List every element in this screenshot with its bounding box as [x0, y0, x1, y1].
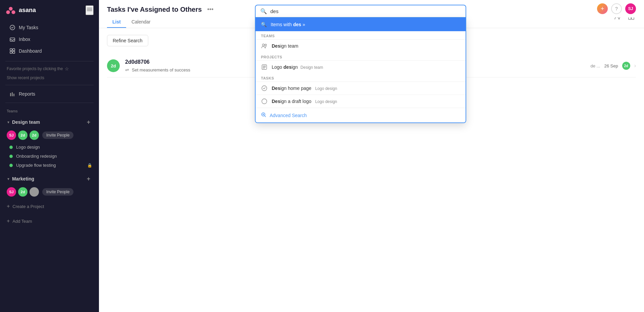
asana-wordmark: asana	[19, 7, 36, 14]
avatar: 2d	[18, 131, 28, 140]
sidebar-item-inbox[interactable]: Inbox	[3, 34, 96, 45]
tasks-section-header: Tasks	[256, 73, 466, 82]
sidebar-item-logo-design[interactable]: Logo design	[0, 143, 99, 152]
task-result-icon	[261, 85, 268, 91]
advanced-search-button[interactable]: Advanced Search	[256, 108, 466, 122]
favorites-hint-text: Favorite projects by clicking the	[7, 66, 63, 71]
task-avatar: 2d	[107, 59, 120, 72]
sidebar-divider-2	[5, 85, 94, 85]
sidebar-item-reports[interactable]: Reports	[3, 88, 96, 100]
search-input-wrapper: 🔍	[255, 5, 466, 18]
collapse-icon	[86, 6, 93, 13]
task-date: 26 Sep	[604, 63, 618, 68]
marketing-team-members-row: SJ 2d Invite People	[0, 185, 99, 199]
design-team-section: ▼ Design team + SJ 2d 2d Invite People L…	[0, 114, 99, 171]
create-project-plus-icon: +	[7, 203, 10, 209]
sidebar-item-onboarding-redesign[interactable]: Onboarding redesign	[0, 152, 99, 161]
title-area: Tasks I've Assigned to Others ••• List C…	[107, 5, 216, 28]
sidebar-item-my-tasks[interactable]: My Tasks	[3, 22, 96, 33]
svg-point-24	[262, 86, 267, 91]
tab-list[interactable]: List	[107, 16, 126, 28]
dashboard-label: Dashboard	[19, 48, 42, 54]
tab-calendar[interactable]: Calendar	[126, 16, 156, 28]
onboarding-redesign-label: Onboarding redesign	[16, 154, 57, 159]
advanced-search-icon	[261, 112, 266, 118]
design-draft-tag: Logo design	[314, 99, 337, 104]
task-meta-text: de ...	[591, 63, 600, 68]
show-recent-projects[interactable]: Show recent projects	[0, 73, 99, 82]
marketing-team-name: Marketing	[12, 176, 34, 181]
logo-design-label: Logo design	[16, 145, 40, 150]
sidebar-collapse-button[interactable]	[86, 5, 94, 15]
advanced-search-label: Advanced Search	[270, 113, 307, 118]
suggestion-search-icon: 🔍	[261, 22, 267, 27]
marketing-team-invite-button[interactable]: Invite People	[42, 188, 73, 196]
search-result-design-draft-logo[interactable]: Design a draft logo Logo design	[256, 95, 466, 108]
star-icon: ☆	[65, 66, 69, 71]
svg-point-2	[11, 10, 15, 14]
suggestion-highlight: des	[293, 22, 301, 27]
svg-rect-4	[87, 9, 92, 10]
add-team-plus-icon: +	[7, 218, 10, 224]
sidebar-divider-1	[5, 61, 94, 61]
design-team-add-button[interactable]: +	[85, 118, 92, 126]
sidebar-item-dashboard[interactable]: Dashboard	[3, 45, 96, 57]
des-highlight: Des	[272, 43, 280, 49]
main-tabs: List Calendar	[107, 16, 216, 28]
marketing-team-add-button[interactable]: +	[85, 175, 92, 183]
team-result-icon	[261, 43, 268, 49]
more-options-button[interactable]: •••	[205, 5, 216, 14]
search-icon: 🔍	[260, 8, 267, 14]
avatar: 2d	[18, 187, 28, 197]
page-title: Tasks I've Assigned to Others	[107, 6, 202, 13]
subtask-icon: ⇌	[125, 67, 129, 72]
design-team-chevron-icon: ▼	[7, 120, 10, 124]
search-dropdown: 🔍 Items with des » Teams Design team Pro…	[255, 18, 466, 123]
des-highlight: des	[283, 64, 291, 70]
svg-point-0	[9, 7, 12, 10]
avatar	[30, 187, 39, 197]
sidebar-item-upgrade-flow-testing[interactable]: Upgrade flow testing 🔒	[0, 161, 99, 170]
design-team-name: Design team	[12, 119, 40, 125]
avatar: 2d	[30, 131, 39, 140]
asana-logo[interactable]: asana	[5, 5, 36, 15]
design-team-invite-button[interactable]: Invite People	[42, 132, 73, 139]
svg-rect-12	[10, 93, 11, 96]
svg-rect-13	[12, 92, 13, 96]
des-highlight: Des	[272, 99, 280, 104]
logo-design-result-text: Logo designDesign team	[272, 64, 460, 70]
user-avatar-button[interactable]: SJ	[625, 3, 636, 14]
svg-rect-3	[87, 8, 92, 8]
search-result-design-team[interactable]: Design team	[256, 39, 466, 52]
design-team-header-left: ▼ Design team	[7, 119, 40, 125]
refine-search-button[interactable]: Refine Search	[107, 35, 148, 46]
design-team-members-row: SJ 2d 2d Invite People	[0, 128, 99, 143]
svg-rect-10	[10, 51, 12, 53]
search-input[interactable]	[270, 8, 461, 14]
asana-logo-icon	[5, 5, 16, 15]
avatar: SJ	[7, 187, 16, 197]
search-result-design-homepage[interactable]: Design home page Logo design	[256, 82, 466, 95]
sidebar-navigation: My Tasks Inbox Dashboard	[0, 20, 99, 58]
marketing-team-header[interactable]: ▼ Marketing +	[0, 172, 99, 185]
teams-section-header: Teams	[256, 31, 466, 39]
search-result-logo-design[interactable]: Logo designDesign team	[256, 60, 466, 73]
project-dot-icon	[9, 155, 13, 158]
svg-point-1	[6, 10, 10, 14]
logo-design-tag: Design team	[301, 65, 323, 70]
suggestion-text: Items with des »	[271, 22, 305, 27]
svg-rect-9	[13, 49, 15, 51]
favorites-hint: Favorite projects by clicking the ☆	[0, 64, 99, 73]
design-team-header[interactable]: ▼ Design team +	[0, 116, 99, 128]
add-button[interactable]: +	[597, 3, 608, 14]
main-title-row: Tasks I've Assigned to Others •••	[107, 5, 216, 14]
sidebar-divider-3	[5, 103, 94, 103]
search-suggestion-item[interactable]: 🔍 Items with des »	[256, 18, 466, 31]
svg-rect-8	[10, 49, 12, 51]
reports-label: Reports	[19, 91, 35, 97]
des-highlight: Des	[272, 86, 280, 91]
help-button[interactable]: ?	[611, 3, 622, 14]
add-team-button[interactable]: + Add Team	[0, 215, 99, 227]
create-project-button[interactable]: + Create a Project	[0, 201, 99, 212]
svg-point-21	[262, 44, 264, 46]
